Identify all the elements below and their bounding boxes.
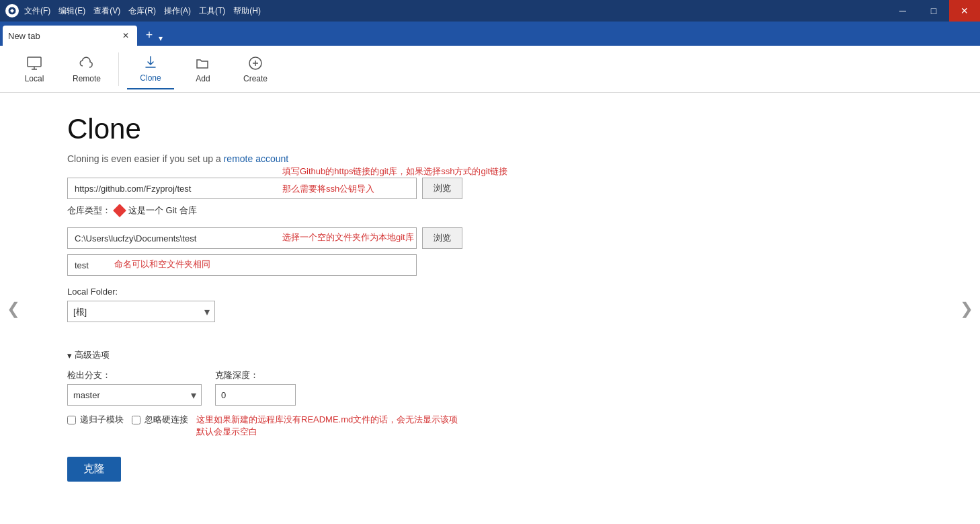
advanced-toggle[interactable]: ▾ 高级选项 — [67, 349, 591, 361]
toolbar-clone[interactable]: Clone — [127, 49, 174, 89]
menu-bar: 文件(F) 编辑(E) 查看(V) 仓库(R) 操作(A) 工具(T) 帮助(H… — [24, 5, 261, 17]
tab-close-button[interactable]: ✕ — [120, 30, 132, 42]
nav-right-arrow[interactable]: ❯ — [953, 93, 980, 524]
svg-rect-1 — [28, 57, 41, 67]
new-tab-button[interactable]: + — [141, 27, 157, 43]
clone-subtitle: Cloning is even easier if you set up a r… — [67, 153, 591, 164]
local-path-form-row: 选择一个空的文件夹作为本地git库 浏览 — [67, 227, 591, 249]
toolbar-create-label: Create — [243, 74, 268, 83]
url-annotation: 填写Github的https链接的git库，如果选择ssh方式的git链接 — [282, 165, 507, 178]
toolbar-remote[interactable]: Remote — [63, 49, 110, 89]
menu-action[interactable]: 操作(A) — [164, 5, 191, 17]
cloud-icon — [79, 55, 95, 71]
clone-depth-col: 克隆深度： — [215, 369, 296, 406]
url-annotation-2: 那么需要将ssh公钥导入 — [282, 183, 374, 195]
menu-view[interactable]: 查看(V) — [93, 5, 120, 17]
menu-tools[interactable]: 工具(T) — [199, 5, 225, 17]
advanced-section: ▾ 高级选项 — [67, 349, 591, 361]
url-browse-button[interactable]: 浏览 — [422, 178, 462, 199]
toolbar-local[interactable]: Local — [11, 49, 58, 89]
remote-account-link[interactable]: remote account — [224, 153, 289, 164]
download-icon — [142, 54, 159, 71]
clone-title: Clone — [67, 113, 591, 145]
clone-subtitle-text: Cloning is even easier if you set up a — [67, 153, 221, 164]
toolbar-add[interactable]: Add — [179, 49, 227, 89]
local-folder-select[interactable]: [根] — [67, 301, 215, 322]
window-controls: ─ □ ✕ — [887, 0, 980, 22]
toolbar-local-label: Local — [25, 74, 44, 83]
local-path-annotation: 选择一个空的文件夹作为本地git库 — [282, 231, 414, 244]
ignore-hardlink-label: 忽略硬连接 — [145, 414, 188, 426]
toolbar: Local Remote Clone Add Create — [0, 46, 980, 93]
advanced-row-1: 检出分支： master ▾ 克隆深度： — [67, 369, 591, 406]
recursive-submodules-checkbox[interactable]: 递归子模块 — [67, 414, 124, 426]
app-logo — [5, 4, 19, 17]
checkout-branch-col: 检出分支： master ▾ — [67, 369, 202, 406]
repo-type-icon — [113, 204, 126, 217]
toolbar-divider-1 — [118, 52, 119, 86]
tab-dropdown-button[interactable]: ▾ — [159, 34, 163, 43]
tab-new-tab[interactable]: New tab ✕ — [3, 26, 137, 46]
toolbar-clone-label: Clone — [140, 73, 161, 83]
plus-icon — [247, 55, 263, 71]
ignore-hardlink-checkbox[interactable]: 忽略硬连接 — [132, 414, 188, 426]
repo-type-text: 这是一个 Git 合库 — [128, 204, 197, 217]
recursive-label: 递归子模块 — [80, 414, 124, 426]
checkout-branch-label: 检出分支： — [67, 369, 202, 381]
close-button[interactable]: ✕ — [949, 0, 980, 22]
repo-type-row: 仓库类型： 这是一个 Git 合库 — [67, 204, 591, 217]
repo-type-label: 仓库类型： — [67, 204, 111, 217]
maximize-button[interactable]: □ — [918, 0, 949, 22]
clone-depth-input[interactable] — [215, 384, 296, 406]
local-path-browse-button[interactable]: 浏览 — [422, 227, 462, 249]
local-folder-select-wrapper: [根] ▾ — [67, 301, 215, 322]
title-bar: 文件(F) 编辑(E) 查看(V) 仓库(R) 操作(A) 工具(T) 帮助(H… — [0, 0, 980, 22]
recursive-checkbox-input[interactable] — [67, 416, 76, 424]
tab-bar: New tab ✕ + ▾ — [0, 22, 980, 46]
name-form-row: 命名可以和空文件夹相同 — [67, 254, 591, 276]
advanced-label: 高级选项 — [75, 349, 110, 361]
branch-select[interactable]: master — [67, 384, 202, 406]
tab-label: New tab — [8, 31, 40, 41]
menu-repo[interactable]: 仓库(R) — [128, 5, 156, 17]
nav-left-arrow[interactable]: ❮ — [0, 93, 27, 524]
menu-help[interactable]: 帮助(H) — [233, 5, 261, 17]
toolbar-add-label: Add — [196, 74, 210, 83]
advanced-chevron-icon: ▾ — [67, 350, 72, 361]
checkbox-row: 递归子模块 忽略硬连接 这里如果新建的远程库没有README.md文件的话，会无… — [67, 414, 591, 438]
local-folder-label: Local Folder: — [67, 287, 591, 297]
advanced-fields: 检出分支： master ▾ 克隆深度： — [67, 369, 591, 438]
toolbar-remote-label: Remote — [73, 74, 101, 83]
checkbox-annotation: 这里如果新建的远程库没有README.md文件的话，会无法显示该项 默认会显示空… — [196, 414, 458, 438]
folder-open-icon — [195, 55, 211, 71]
clone-button[interactable]: 克隆 — [67, 457, 121, 482]
name-annotation: 命名可以和空文件夹相同 — [114, 258, 210, 270]
minimize-button[interactable]: ─ — [887, 0, 918, 22]
menu-edit[interactable]: 编辑(E) — [58, 5, 85, 17]
menu-file[interactable]: 文件(F) — [24, 5, 50, 17]
hardlink-checkbox-input[interactable] — [132, 416, 140, 424]
branch-select-wrapper: master ▾ — [67, 384, 202, 406]
toolbar-create[interactable]: Create — [232, 49, 279, 89]
main-content: ❮ Clone Cloning is even easier if you se… — [0, 93, 980, 524]
clone-depth-label: 克隆深度： — [215, 369, 296, 381]
clone-form: Clone Cloning is even easier if you set … — [27, 93, 632, 524]
monitor-icon — [26, 55, 42, 71]
